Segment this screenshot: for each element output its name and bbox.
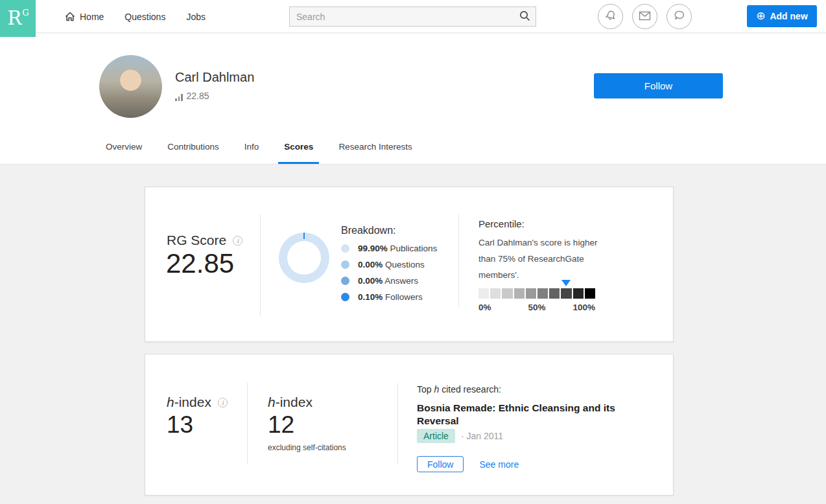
- legend-text: 99.90% Publications: [358, 244, 437, 253]
- envelope-icon: [639, 11, 651, 23]
- top-cited-heading: Top h cited research:: [417, 384, 501, 395]
- researchgate-logo[interactable]: RG: [0, 0, 36, 37]
- paper-meta: Article · Jan 2011: [417, 429, 503, 443]
- see-more-link[interactable]: See more: [479, 459, 519, 470]
- profile-header: Carl Dahlman 22.85 Follow Overview Contr…: [0, 34, 826, 165]
- h-index-title: h-index i: [167, 395, 228, 410]
- article-type-badge: Article: [417, 429, 455, 443]
- tab-contributions[interactable]: Contributions: [161, 141, 225, 164]
- percentile-marker-icon: [561, 280, 571, 286]
- score-bars-icon: [175, 94, 183, 101]
- percentile-segment: [549, 288, 560, 299]
- profile-rg-score: 22.85: [175, 91, 209, 101]
- legend-item-answers: 0.00% Answers: [341, 276, 437, 285]
- tick-0: 0%: [478, 303, 491, 312]
- divider: [260, 214, 261, 317]
- percentile-segment: [526, 288, 536, 299]
- percentile-segment: [537, 288, 548, 299]
- percentile-segment: [490, 288, 501, 299]
- percentile-segment: [561, 288, 571, 299]
- chat-bubble-icon: [674, 10, 685, 23]
- home-icon: [65, 12, 75, 21]
- legend-dot: [341, 260, 349, 269]
- researchgate-profile-page: Home Questions Jobs: [0, 0, 826, 504]
- percentile-segment: [573, 288, 584, 299]
- requests-button[interactable]: [667, 4, 692, 29]
- info-icon[interactable]: i: [218, 398, 228, 407]
- messages-button[interactable]: [632, 4, 657, 29]
- divider: [247, 383, 248, 464]
- h-index-value: 13: [167, 411, 193, 439]
- breakdown-title: Breakdown:: [341, 225, 396, 236]
- score-value: 22.85: [187, 91, 209, 101]
- tab-research-interests[interactable]: Research Interests: [333, 141, 418, 164]
- plus-circle-icon: ⊕: [756, 10, 765, 21]
- logo-letter: R: [7, 9, 21, 28]
- paper-date: · Jan 2011: [461, 431, 503, 441]
- search-bar: [289, 6, 536, 27]
- legend-item-questions: 0.00% Questions: [341, 260, 437, 269]
- percentile-segment: [585, 288, 595, 299]
- rg-score-card: RG Score i 22.85 Breakdown: 99.90% Publi…: [145, 187, 674, 342]
- nav-item-jobs[interactable]: Jobs: [186, 12, 206, 22]
- profile-name: Carl Dahlman: [175, 70, 254, 85]
- score-breakdown-donut-chart: [279, 233, 329, 283]
- nav-item-home[interactable]: Home: [65, 12, 104, 22]
- legend-text: 0.00% Answers: [358, 276, 418, 286]
- profile-tabs: Overview Contributions Info Scores Resea…: [100, 141, 418, 164]
- legend-text: 0.10% Followers: [358, 292, 423, 302]
- search-icon: [519, 10, 530, 23]
- legend-dot: [341, 293, 349, 301]
- follow-profile-button[interactable]: Follow: [594, 73, 723, 98]
- header-icon-buttons: [598, 4, 692, 29]
- search-submit-button[interactable]: [513, 7, 536, 26]
- logo-sup: G: [22, 8, 29, 17]
- h-index-excl-value: 12: [268, 411, 294, 439]
- tab-scores[interactable]: Scores: [278, 141, 319, 164]
- percentile-ticks: 0% 50% 100%: [478, 303, 595, 313]
- legend-dot: [341, 277, 349, 285]
- percentile-segment: [514, 288, 525, 299]
- add-new-button[interactable]: ⊕ Add new: [747, 5, 817, 27]
- rg-score-value: 22.85: [166, 248, 234, 279]
- legend-text: 0.00% Questions: [358, 260, 425, 269]
- tab-info[interactable]: Info: [239, 141, 265, 164]
- notifications-button[interactable]: [598, 4, 623, 29]
- rg-score-title: RG Score i: [167, 233, 242, 248]
- nav-label: Questions: [124, 12, 165, 22]
- divider: [458, 214, 459, 307]
- add-new-label: Add new: [770, 11, 807, 21]
- divider: [397, 383, 398, 464]
- legend-item-publications: 99.90% Publications: [341, 244, 437, 253]
- paper-title-link[interactable]: Bosnia Remade: Ethnic Cleansing and its …: [417, 402, 624, 428]
- follow-paper-button[interactable]: Follow: [417, 456, 464, 472]
- legend-dot: [341, 244, 349, 253]
- nav-item-questions[interactable]: Questions: [124, 12, 165, 22]
- tick-50: 50%: [528, 303, 545, 312]
- percentile-bar: [478, 288, 595, 299]
- percentile-segment: [502, 288, 512, 299]
- search-input[interactable]: [290, 7, 513, 26]
- bell-icon: [605, 10, 617, 23]
- h-index-card: h-index i 13 h-index 12 excluding self-c…: [145, 354, 674, 496]
- tick-100: 100%: [572, 303, 595, 312]
- nav-label: Home: [80, 12, 104, 22]
- percentile-description: Carl Dahlman's score is higher than 75% …: [478, 235, 608, 283]
- percentile-title: Percentile:: [478, 218, 525, 229]
- legend-item-followers: 0.10% Followers: [341, 292, 437, 301]
- h-index-excl-title: h-index: [268, 395, 313, 410]
- profile-avatar[interactable]: [99, 55, 162, 118]
- excluding-self-citations-note: excluding self-citations: [268, 443, 346, 452]
- rg-score-label: RG Score: [167, 233, 226, 248]
- info-icon[interactable]: i: [233, 236, 242, 246]
- breakdown-legend: 99.90% Publications 0.00% Questions 0.00…: [341, 244, 437, 301]
- nav-label: Jobs: [186, 12, 206, 22]
- primary-nav: Home Questions Jobs: [65, 0, 206, 33]
- paper-actions: Follow See more: [417, 456, 519, 472]
- percentile-segment: [478, 288, 489, 299]
- tab-overview[interactable]: Overview: [100, 141, 148, 164]
- h-index-label: h-index: [268, 395, 313, 410]
- h-index-label: h-index: [167, 395, 211, 410]
- top-navigation-bar: Home Questions Jobs: [0, 0, 826, 33]
